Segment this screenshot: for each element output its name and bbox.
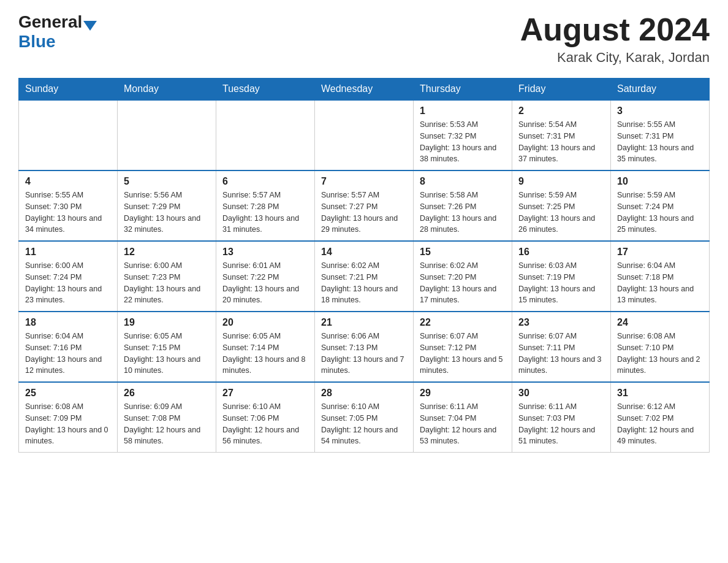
weekday-header-monday: Monday [118, 79, 216, 101]
calendar-cell [19, 100, 118, 170]
day-number: 11 [25, 247, 111, 258]
day-number: 26 [124, 388, 210, 399]
calendar-cell: 5Sunrise: 5:56 AMSunset: 7:29 PMDaylight… [118, 170, 216, 241]
day-number: 15 [420, 247, 506, 258]
title-block: August 2024 Karak City, Karak, Jordan [520, 12, 710, 66]
calendar-cell [315, 100, 414, 170]
calendar-cell: 26Sunrise: 6:09 AMSunset: 7:08 PMDayligh… [118, 382, 216, 453]
day-info: Sunrise: 5:59 AMSunset: 7:24 PMDaylight:… [617, 190, 703, 236]
calendar-cell: 6Sunrise: 5:57 AMSunset: 7:28 PMDaylight… [216, 170, 315, 241]
calendar-cell: 3Sunrise: 5:55 AMSunset: 7:31 PMDaylight… [611, 100, 710, 170]
day-info: Sunrise: 5:57 AMSunset: 7:27 PMDaylight:… [321, 190, 407, 236]
day-number: 2 [518, 105, 604, 117]
calendar-cell: 14Sunrise: 6:02 AMSunset: 7:21 PMDayligh… [315, 241, 414, 312]
day-info: Sunrise: 6:04 AMSunset: 7:16 PMDaylight:… [25, 331, 111, 377]
day-info: Sunrise: 6:00 AMSunset: 7:23 PMDaylight:… [124, 260, 210, 306]
day-number: 1 [420, 105, 506, 117]
day-number: 19 [124, 317, 210, 328]
day-info: Sunrise: 6:03 AMSunset: 7:19 PMDaylight:… [518, 260, 604, 306]
calendar-cell: 22Sunrise: 6:07 AMSunset: 7:12 PMDayligh… [414, 312, 512, 382]
weekday-header-wednesday: Wednesday [315, 79, 414, 101]
calendar-cell: 27Sunrise: 6:10 AMSunset: 7:06 PMDayligh… [216, 382, 315, 453]
day-info: Sunrise: 5:58 AMSunset: 7:26 PMDaylight:… [420, 190, 506, 236]
day-number: 16 [518, 247, 604, 258]
day-number: 20 [222, 317, 308, 328]
day-number: 25 [25, 388, 111, 399]
day-number: 3 [617, 105, 703, 117]
weekday-header-friday: Friday [512, 79, 611, 101]
calendar-cell: 15Sunrise: 6:02 AMSunset: 7:20 PMDayligh… [414, 241, 512, 312]
day-info: Sunrise: 6:10 AMSunset: 7:05 PMDaylight:… [321, 401, 407, 447]
calendar-cell: 18Sunrise: 6:04 AMSunset: 7:16 PMDayligh… [19, 312, 118, 382]
day-info: Sunrise: 6:00 AMSunset: 7:24 PMDaylight:… [25, 260, 111, 306]
day-info: Sunrise: 6:02 AMSunset: 7:21 PMDaylight:… [321, 260, 407, 306]
day-info: Sunrise: 5:55 AMSunset: 7:30 PMDaylight:… [25, 190, 111, 236]
day-info: Sunrise: 6:11 AMSunset: 7:04 PMDaylight:… [420, 401, 506, 447]
calendar-week-row: 4Sunrise: 5:55 AMSunset: 7:30 PMDaylight… [19, 170, 710, 241]
page-header: General Blue August 2024 Karak City, Kar… [18, 12, 710, 66]
day-number: 18 [25, 317, 111, 328]
weekday-header-sunday: Sunday [19, 79, 118, 101]
day-info: Sunrise: 5:59 AMSunset: 7:25 PMDaylight:… [518, 190, 604, 236]
calendar-cell: 29Sunrise: 6:11 AMSunset: 7:04 PMDayligh… [414, 382, 512, 453]
calendar-cell: 11Sunrise: 6:00 AMSunset: 7:24 PMDayligh… [19, 241, 118, 312]
day-number: 8 [420, 176, 506, 187]
calendar-cell: 13Sunrise: 6:01 AMSunset: 7:22 PMDayligh… [216, 241, 315, 312]
weekday-header-tuesday: Tuesday [216, 79, 315, 101]
calendar-week-row: 11Sunrise: 6:00 AMSunset: 7:24 PMDayligh… [19, 241, 710, 312]
day-info: Sunrise: 5:53 AMSunset: 7:32 PMDaylight:… [420, 119, 506, 165]
day-info: Sunrise: 6:07 AMSunset: 7:11 PMDaylight:… [518, 331, 604, 377]
calendar-cell: 4Sunrise: 5:55 AMSunset: 7:30 PMDaylight… [19, 170, 118, 241]
month-title: August 2024 [520, 12, 710, 47]
calendar-cell: 21Sunrise: 6:06 AMSunset: 7:13 PMDayligh… [315, 312, 414, 382]
location-title: Karak City, Karak, Jordan [520, 50, 710, 66]
day-info: Sunrise: 5:54 AMSunset: 7:31 PMDaylight:… [518, 119, 604, 165]
calendar-cell: 19Sunrise: 6:05 AMSunset: 7:15 PMDayligh… [118, 312, 216, 382]
day-info: Sunrise: 6:01 AMSunset: 7:22 PMDaylight:… [222, 260, 308, 306]
calendar-cell: 17Sunrise: 6:04 AMSunset: 7:18 PMDayligh… [611, 241, 710, 312]
day-number: 9 [518, 176, 604, 187]
day-info: Sunrise: 6:07 AMSunset: 7:12 PMDaylight:… [420, 331, 506, 377]
calendar-cell: 24Sunrise: 6:08 AMSunset: 7:10 PMDayligh… [611, 312, 710, 382]
day-number: 29 [420, 388, 506, 399]
day-number: 31 [617, 388, 703, 399]
day-number: 23 [518, 317, 604, 328]
calendar-cell [118, 100, 216, 170]
calendar-week-row: 1Sunrise: 5:53 AMSunset: 7:32 PMDaylight… [19, 100, 710, 170]
calendar-cell: 28Sunrise: 6:10 AMSunset: 7:05 PMDayligh… [315, 382, 414, 453]
calendar-cell: 30Sunrise: 6:11 AMSunset: 7:03 PMDayligh… [512, 382, 611, 453]
logo: General Blue [18, 12, 97, 52]
calendar-table: SundayMondayTuesdayWednesdayThursdayFrid… [18, 78, 710, 453]
day-number: 17 [617, 247, 703, 258]
day-number: 21 [321, 317, 407, 328]
calendar-cell: 12Sunrise: 6:00 AMSunset: 7:23 PMDayligh… [118, 241, 216, 312]
calendar-cell: 7Sunrise: 5:57 AMSunset: 7:27 PMDaylight… [315, 170, 414, 241]
day-number: 7 [321, 176, 407, 187]
day-info: Sunrise: 6:02 AMSunset: 7:20 PMDaylight:… [420, 260, 506, 306]
day-info: Sunrise: 6:12 AMSunset: 7:02 PMDaylight:… [617, 401, 703, 447]
day-number: 24 [617, 317, 703, 328]
day-info: Sunrise: 5:57 AMSunset: 7:28 PMDaylight:… [222, 190, 308, 236]
calendar-week-row: 18Sunrise: 6:04 AMSunset: 7:16 PMDayligh… [19, 312, 710, 382]
day-number: 28 [321, 388, 407, 399]
day-info: Sunrise: 6:10 AMSunset: 7:06 PMDaylight:… [222, 401, 308, 447]
calendar-cell: 31Sunrise: 6:12 AMSunset: 7:02 PMDayligh… [611, 382, 710, 453]
day-number: 12 [124, 247, 210, 258]
day-number: 5 [124, 176, 210, 187]
day-number: 6 [222, 176, 308, 187]
logo-general-text: General [18, 12, 82, 32]
day-info: Sunrise: 6:08 AMSunset: 7:09 PMDaylight:… [25, 401, 111, 447]
day-info: Sunrise: 6:06 AMSunset: 7:13 PMDaylight:… [321, 331, 407, 377]
day-info: Sunrise: 6:05 AMSunset: 7:14 PMDaylight:… [222, 331, 308, 377]
calendar-header-row: SundayMondayTuesdayWednesdayThursdayFrid… [19, 79, 710, 101]
day-info: Sunrise: 6:08 AMSunset: 7:10 PMDaylight:… [617, 331, 703, 377]
calendar-cell [216, 100, 315, 170]
weekday-header-saturday: Saturday [611, 79, 710, 101]
calendar-cell: 10Sunrise: 5:59 AMSunset: 7:24 PMDayligh… [611, 170, 710, 241]
day-info: Sunrise: 6:11 AMSunset: 7:03 PMDaylight:… [518, 401, 604, 447]
day-number: 27 [222, 388, 308, 399]
day-number: 13 [222, 247, 308, 258]
day-number: 22 [420, 317, 506, 328]
calendar-week-row: 25Sunrise: 6:08 AMSunset: 7:09 PMDayligh… [19, 382, 710, 453]
calendar-cell: 2Sunrise: 5:54 AMSunset: 7:31 PMDaylight… [512, 100, 611, 170]
